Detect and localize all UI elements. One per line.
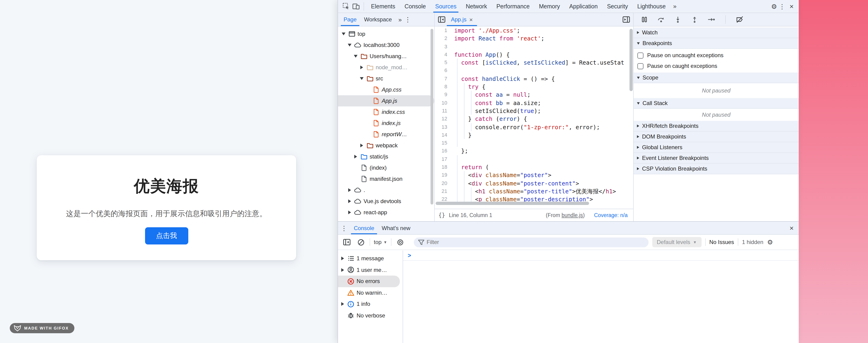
expand-arrow-icon[interactable] bbox=[347, 211, 352, 214]
device-toolbar-icon[interactable] bbox=[351, 1, 361, 11]
line-number[interactable]: 12 bbox=[435, 115, 447, 123]
tree-item-vue.js-devtools[interactable]: Vue.js devtools bbox=[338, 196, 434, 207]
line-number[interactable]: 3 bbox=[435, 42, 447, 51]
line-number[interactable]: 13 bbox=[435, 123, 447, 131]
tree-item-reportw-[interactable]: reportW… bbox=[338, 129, 434, 140]
checkbox-row-pause-on-uncaught-exceptions[interactable]: Pause on uncaught exceptions bbox=[634, 50, 799, 60]
expand-arrow-icon[interactable] bbox=[340, 268, 345, 272]
code-line-13[interactable]: 13 console.error("1-zp-error:", error); bbox=[435, 123, 633, 131]
code-line-2[interactable]: 2import React from 'react'; bbox=[435, 35, 633, 43]
coverage-link[interactable]: Coverage: n/a bbox=[594, 212, 628, 218]
tree-item-app.css[interactable]: App.css bbox=[338, 84, 434, 95]
clear-console-icon[interactable] bbox=[356, 237, 366, 247]
section-header-breakpoints[interactable]: Breakpoints bbox=[634, 38, 799, 49]
editor-tab-appjs[interactable]: App.js × bbox=[447, 13, 477, 26]
code-line-1[interactable]: 1import './App.css'; bbox=[435, 27, 633, 35]
more-tabs-icon[interactable]: » bbox=[671, 3, 679, 10]
step-over-icon[interactable] bbox=[656, 14, 666, 25]
code-line-7[interactable]: 7 const handleClick = () => { bbox=[435, 75, 633, 83]
console-filter-1-info[interactable]: 1 info bbox=[338, 299, 403, 310]
navigator-scrollbar[interactable] bbox=[431, 29, 433, 205]
line-number[interactable]: 5 bbox=[435, 59, 447, 67]
line-number[interactable]: 10 bbox=[435, 99, 447, 107]
line-number[interactable]: 16 bbox=[435, 147, 447, 155]
expand-arrow-icon[interactable] bbox=[353, 155, 358, 158]
tree-item-webpack[interactable]: webpack bbox=[338, 140, 434, 151]
line-number[interactable]: 17 bbox=[435, 155, 447, 163]
tab-sources[interactable]: Sources bbox=[431, 0, 461, 12]
tree-item-react-app[interactable]: react-app bbox=[338, 207, 434, 218]
expand-arrow-icon[interactable] bbox=[359, 144, 364, 147]
line-number[interactable]: 21 bbox=[435, 187, 447, 195]
tab-console[interactable]: Console bbox=[400, 0, 431, 12]
code-line-9[interactable]: 9 const aa = null; bbox=[435, 91, 633, 99]
code-line-15[interactable]: 15 bbox=[435, 139, 633, 147]
line-number[interactable]: 8 bbox=[435, 83, 447, 91]
step-into-icon[interactable] bbox=[673, 14, 683, 25]
section-header-dom-breakpoints[interactable]: DOM Breakpoints bbox=[634, 131, 799, 142]
navigator-more-tabs-icon[interactable]: » bbox=[396, 16, 404, 23]
line-number[interactable]: 2 bbox=[435, 35, 447, 43]
code-lines[interactable]: 1import './App.css';2import React from '… bbox=[435, 27, 633, 203]
code-line-10[interactable]: 10 const bb = aa.size; bbox=[435, 99, 633, 107]
collapse-arrow-icon[interactable] bbox=[359, 77, 364, 80]
expand-arrow-icon[interactable] bbox=[347, 199, 352, 203]
console-sidebar-toggle-icon[interactable] bbox=[342, 237, 352, 247]
console-filter-1-user-me-[interactable]: 1 user me… bbox=[338, 264, 403, 276]
hidden-messages-count[interactable]: 1 hidden bbox=[742, 239, 764, 245]
code-line-17[interactable]: 17 bbox=[435, 155, 633, 163]
close-tab-icon[interactable]: × bbox=[469, 16, 473, 23]
code-line-19[interactable]: 19 <div className="poster"> bbox=[435, 171, 633, 179]
console-messages-area[interactable]: > bbox=[403, 250, 799, 343]
navigator-tab-workspace[interactable]: Workspace bbox=[360, 13, 396, 26]
tab-elements[interactable]: Elements bbox=[366, 0, 400, 12]
drawer-tab-console[interactable]: Console bbox=[350, 222, 378, 234]
code-line-16[interactable]: 16 }; bbox=[435, 147, 633, 155]
step-icon[interactable] bbox=[706, 14, 716, 25]
code-line-5[interactable]: 5 const [isClicked, setIsClicked] = Reac… bbox=[435, 59, 633, 67]
line-number[interactable]: 11 bbox=[435, 107, 447, 115]
line-number[interactable]: 19 bbox=[435, 171, 447, 179]
section-header-xhr-fetch-breakpoints[interactable]: XHR/fetch Breakpoints bbox=[634, 121, 799, 131]
code-line-21[interactable]: 21 <h1 className="poster-title">优美海报</h1… bbox=[435, 187, 633, 195]
line-number[interactable]: 20 bbox=[435, 179, 447, 187]
console-filter-input[interactable] bbox=[413, 237, 648, 247]
tree-item-manifest.json[interactable]: manifest.json bbox=[338, 174, 434, 185]
context-selector[interactable]: top ▼ bbox=[374, 239, 387, 245]
console-prompt-row[interactable]: > bbox=[403, 250, 799, 261]
tree-item-src[interactable]: src bbox=[338, 73, 434, 84]
log-levels-dropdown[interactable]: Default levels ▼ bbox=[652, 237, 701, 247]
code-line-12[interactable]: 12 } catch (error) { bbox=[435, 115, 633, 123]
section-header-global-listeners[interactable]: Global Listeners bbox=[634, 142, 799, 153]
inspect-element-icon[interactable] bbox=[341, 1, 351, 11]
expand-arrow-icon[interactable] bbox=[347, 188, 352, 192]
deactivate-breakpoints-icon[interactable] bbox=[735, 14, 745, 25]
toggle-debugger-sidebar-icon[interactable] bbox=[621, 14, 631, 25]
code-line-3[interactable]: 3 bbox=[435, 42, 633, 51]
collapse-arrow-icon[interactable] bbox=[347, 44, 352, 46]
code-line-4[interactable]: 4function App() { bbox=[435, 51, 633, 59]
console-filter-no-errors[interactable]: No errors bbox=[338, 276, 400, 287]
code-line-8[interactable]: 8 try { bbox=[435, 83, 633, 91]
expand-arrow-icon[interactable] bbox=[340, 257, 345, 260]
close-drawer-icon[interactable]: × bbox=[787, 224, 796, 232]
code-line-6[interactable]: 6 bbox=[435, 67, 633, 75]
drawer-menu-icon[interactable]: ⋮ bbox=[341, 225, 347, 231]
tree-item-index.js[interactable]: index.js bbox=[338, 118, 434, 129]
tab-memory[interactable]: Memory bbox=[534, 0, 565, 12]
tree-item-app.js[interactable]: App.js bbox=[338, 95, 434, 106]
checkbox-row-pause-on-caught-exceptions[interactable]: Pause on caught exceptions bbox=[634, 60, 799, 71]
checkbox[interactable] bbox=[638, 52, 644, 58]
section-header-event-listener-breakpoints[interactable]: Event Listener Breakpoints bbox=[634, 153, 799, 164]
live-expression-eye-icon[interactable] bbox=[395, 237, 405, 247]
tree-item--index-[interactable]: (index) bbox=[338, 162, 434, 174]
line-number[interactable]: 7 bbox=[435, 75, 447, 83]
close-devtools-icon[interactable]: × bbox=[787, 2, 796, 10]
tab-security[interactable]: Security bbox=[602, 0, 632, 12]
line-number[interactable]: 1 bbox=[435, 27, 447, 35]
tree-item-index.css[interactable]: index.css bbox=[338, 106, 434, 118]
tab-lighthouse[interactable]: Lighthouse bbox=[632, 0, 670, 12]
tab-application[interactable]: Application bbox=[565, 0, 602, 12]
code-line-18[interactable]: 18 return ( bbox=[435, 163, 633, 171]
tree-item-users-huang-[interactable]: Users/huang… bbox=[338, 51, 434, 62]
